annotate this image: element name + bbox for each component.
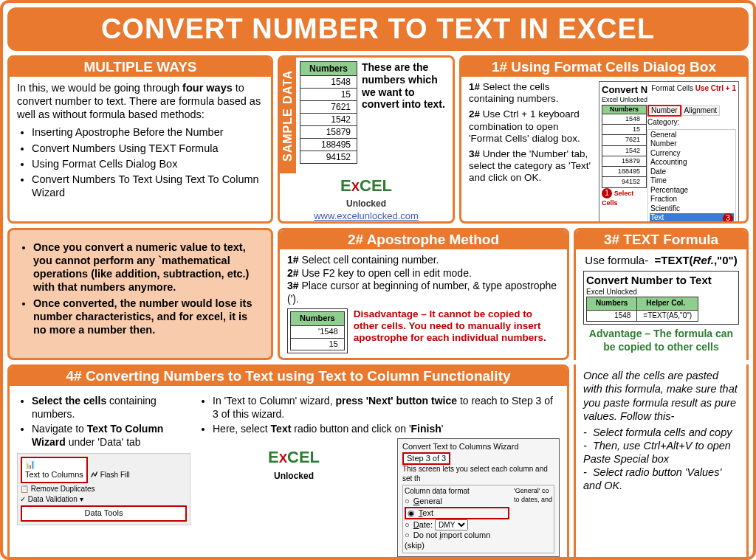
wizard-mockup: Convert Text to Columns Wizard Step 3 of… bbox=[397, 438, 560, 557]
sample-data-label: SAMPLE DATA bbox=[280, 58, 296, 173]
m2-step2: 2# Use F2 key to open cell in edit mode. bbox=[287, 267, 560, 280]
m3-step1: - Select formula cells and copy bbox=[583, 426, 739, 439]
excel-unlocked-logo: EXCELUnlocked bbox=[280, 176, 453, 210]
panel-sample-data: SAMPLE DATA Numbers 1548 15 7621 1542 15… bbox=[278, 55, 455, 224]
m3-step3: - Select radio button 'Values' and OK. bbox=[583, 466, 739, 492]
panel-method2: 2# Apostrophe Method 1# Select cell cont… bbox=[278, 228, 569, 360]
m3-formula-line: Use formula- =TEXT(Ref.,"0") bbox=[583, 254, 739, 268]
m1-step2: 2# Use Ctrl + 1 keyboard combination to … bbox=[469, 108, 594, 145]
panel-method4: 4# Converting Numbers to Text using Text… bbox=[7, 364, 569, 560]
m3-note: Once all the cells are pasted with this … bbox=[583, 369, 739, 423]
m3-step2: - Then, use Ctrl+Alt+V to open Paste Spe… bbox=[583, 439, 739, 466]
note-2: Once converted, the number would lose it… bbox=[33, 297, 262, 336]
heading-method3: 3# TEXT Formula bbox=[576, 230, 746, 249]
sample-table: Numbers 1548 15 7621 1542 15879 188495 9… bbox=[300, 61, 357, 164]
m4-left2: Navigate to Text To Column Wizard under … bbox=[32, 423, 190, 449]
excel-unlocked-logo-2: EXCELUnlocked bbox=[198, 438, 390, 557]
m2-step3: 3# Place cursor at beginning of number, … bbox=[287, 280, 560, 305]
site-url[interactable]: www.excelunlocked.com bbox=[280, 210, 453, 221]
heading-method2: 2# Apostrophe Method bbox=[280, 230, 567, 249]
main-title: CONVERT NUMBER TO TEXT IN EXCEL bbox=[7, 7, 749, 51]
way-item-1: Inserting Apostrophe Before the Number bbox=[32, 125, 264, 139]
m4-left1: Select the cells containing numbers. bbox=[32, 395, 190, 421]
way-item-2: Convert Numbers Using TEXT Formula bbox=[32, 142, 264, 155]
heading-multiple-ways: MULTIPLE WAYS bbox=[10, 58, 271, 77]
intro-text: In this, we would be going through four … bbox=[17, 81, 264, 121]
heading-method4: 4# Converting Numbers to Text using Text… bbox=[10, 367, 567, 386]
panel-method1: 1# Using Format Cells Dialog Box 1# Sele… bbox=[459, 55, 749, 224]
text-to-columns-button[interactable]: 📊Text to Columns bbox=[21, 457, 88, 483]
m4-right1: In 'Text to Column' wizard, press 'Next'… bbox=[213, 395, 560, 421]
m1-step3: 3# Under the 'Number' tab, select the ca… bbox=[469, 148, 594, 184]
ribbon-mockup: 📊Text to Columns 🗲 Flash Fill📋 Remove Du… bbox=[17, 453, 190, 525]
panel-notes: Once you convert a numeric value to text… bbox=[7, 228, 273, 360]
m1-step1: 1# Select the cells containing numbers. bbox=[469, 81, 594, 105]
m4-right2: Here, select Text radio button and click… bbox=[213, 423, 560, 436]
apostrophe-mockup: Numbers '1548 15 bbox=[287, 308, 348, 353]
panel-method3-bottom: Once all the cells are pasted with this … bbox=[574, 364, 749, 560]
m3-mockup: Convert Number to Text Excel Unlocked Nu… bbox=[583, 271, 739, 325]
note-1: Once you convert a numeric value to text… bbox=[33, 241, 262, 294]
heading-method1: 1# Using Format Cells Dialog Box bbox=[461, 58, 746, 77]
date-format-select[interactable]: DMY bbox=[435, 519, 468, 530]
m2-disadvantage: Disadvantage – It cannot be copied to ot… bbox=[354, 308, 560, 353]
way-item-3: Using Format Cells Dialog Box bbox=[32, 157, 264, 170]
sample-note: These are the numbers which we want to c… bbox=[362, 61, 449, 111]
panel-method3-top: 3# TEXT Formula Use formula- =TEXT(Ref.,… bbox=[574, 228, 749, 360]
m3-advantage: Advantage – The formula can be copied to… bbox=[583, 328, 739, 353]
panel-multiple-ways: MULTIPLE WAYS In this, we would be going… bbox=[7, 55, 273, 224]
format-cells-mockup: Convert N Format Cells Use Ctrl + 1 Exce… bbox=[599, 81, 739, 224]
way-item-4: Convert Numbers To Text Using Text To Co… bbox=[32, 173, 264, 199]
m2-step1: 1# Select cell containing number. bbox=[287, 254, 560, 267]
